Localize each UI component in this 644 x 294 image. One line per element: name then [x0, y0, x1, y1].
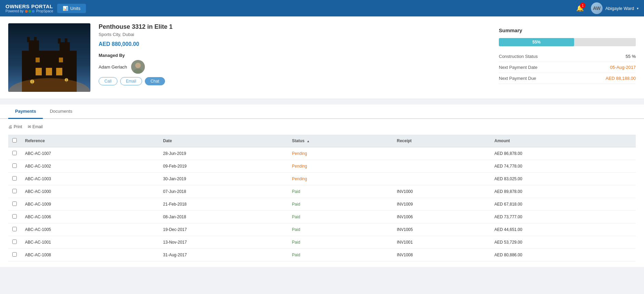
- table-row: ABC-AC-1007 28-Jun-2019 Pending AED 86,8…: [8, 147, 636, 160]
- row-checkbox[interactable]: [12, 151, 17, 155]
- cell-receipt: [393, 160, 490, 173]
- app-header: OWNERS PORTAL Powered by PropSpace 📊 Uni…: [0, 0, 644, 16]
- dot2: [28, 10, 31, 13]
- svg-rect-4: [27, 37, 30, 42]
- col-amount: Amount: [490, 135, 636, 147]
- user-profile[interactable]: AW Abigayle Ward ▾: [591, 2, 639, 14]
- col-receipt: Receipt: [393, 135, 490, 147]
- row-checkbox[interactable]: [12, 240, 17, 244]
- row-checkbox-cell: [8, 173, 21, 185]
- cell-date: 13-Nov-2017: [159, 236, 288, 249]
- print-button[interactable]: 🖨 Print: [8, 124, 22, 129]
- cell-amount: AED 89,878.00: [490, 185, 636, 198]
- cell-amount: AED 86,878.00: [490, 147, 636, 160]
- row-checkbox[interactable]: [12, 163, 17, 168]
- dot1: [25, 10, 28, 13]
- row-checkbox[interactable]: [12, 252, 17, 257]
- table-row: ABC-AC-1003 30-Jan-2019 Pending AED 83,0…: [8, 173, 636, 185]
- property-title: Penthouse 3312 in Elite 1: [99, 23, 491, 30]
- cell-date: 09-Feb-2019: [159, 160, 288, 173]
- cell-reference: ABC-AC-1008: [21, 249, 159, 261]
- svg-rect-6: [58, 38, 61, 44]
- progress-bar-container: 55%: [499, 38, 636, 46]
- property-price: AED 880,000.00: [99, 41, 491, 47]
- call-button[interactable]: Call: [99, 77, 117, 85]
- row-checkbox[interactable]: [12, 227, 17, 231]
- cell-status: Paid: [288, 198, 393, 211]
- portal-title: OWNERS PORTAL: [5, 3, 53, 9]
- tabs-header: Payments Documents: [0, 105, 644, 119]
- cell-receipt: INV1005: [393, 223, 490, 236]
- progress-label: 55%: [532, 40, 541, 45]
- manager-avatar: [131, 60, 145, 74]
- cell-reference: ABC-AC-1001: [21, 236, 159, 249]
- cell-status: Paid: [288, 249, 393, 261]
- col-status[interactable]: Status ▲: [288, 135, 393, 147]
- tab-payments[interactable]: Payments: [8, 105, 43, 119]
- cell-receipt: INV1000: [393, 185, 490, 198]
- next-payment-date-value: 05-Aug-2017: [610, 65, 636, 70]
- cell-status: Pending: [288, 173, 393, 185]
- cell-receipt: INV1006: [393, 211, 490, 223]
- property-image-bg: [8, 23, 90, 92]
- cell-status: Paid: [288, 185, 393, 198]
- cell-receipt: [393, 173, 490, 185]
- chat-button[interactable]: Chat: [145, 77, 165, 85]
- row-checkbox-cell: [8, 223, 21, 236]
- svg-rect-9: [46, 68, 52, 75]
- row-checkbox-cell: [8, 249, 21, 261]
- cell-amount: AED 73,777.00: [490, 211, 636, 223]
- manager-photo: [131, 60, 145, 74]
- row-checkbox-cell: [8, 198, 21, 211]
- row-checkbox-cell: [8, 211, 21, 223]
- manager-name: Adam Gerlach: [99, 64, 127, 70]
- table-row: ABC-AC-1009 21-Feb-2018 Paid INV1009 AED…: [8, 198, 636, 211]
- row-checkbox[interactable]: [12, 176, 17, 181]
- svg-rect-8: [36, 68, 42, 75]
- select-all-checkbox[interactable]: [12, 138, 17, 143]
- cell-date: 19-Dec-2017: [159, 223, 288, 236]
- dot3: [32, 10, 35, 13]
- property-image: [8, 23, 90, 92]
- cell-status: Paid: [288, 223, 393, 236]
- row-checkbox[interactable]: [12, 214, 17, 219]
- row-checkbox[interactable]: [12, 201, 17, 206]
- property-card: Penthouse 3312 in Elite 1 Sports City, D…: [0, 16, 644, 99]
- cell-date: 07-Jun-2018: [159, 185, 288, 198]
- progress-bar-fill: 55%: [499, 38, 574, 46]
- svg-rect-3: [60, 42, 70, 68]
- email-icon: ✉: [28, 124, 31, 129]
- managed-by-label: Managed By: [99, 53, 491, 58]
- construction-status-label: Construction Status: [499, 54, 538, 59]
- cell-receipt: [393, 147, 490, 160]
- construction-status-row: Construction Status 55 %: [499, 51, 636, 62]
- next-payment-due-row: Next Payment Due AED 88,188.00: [499, 73, 636, 84]
- tab-documents[interactable]: Documents: [43, 105, 79, 119]
- units-button[interactable]: 📊 Units: [57, 4, 86, 13]
- svg-point-19: [135, 63, 141, 68]
- chevron-down-icon: ▾: [637, 7, 639, 10]
- col-date: Date: [159, 135, 288, 147]
- property-photo-svg: [8, 23, 90, 92]
- powered-by-label: Powered by PropSpace: [5, 9, 53, 13]
- table-row: ABC-AC-1002 09-Feb-2019 Pending AED 74,7…: [8, 160, 636, 173]
- svg-rect-2: [29, 40, 39, 68]
- email-action-button[interactable]: ✉ Email: [28, 124, 43, 129]
- row-checkbox-cell: [8, 147, 21, 160]
- header-left: OWNERS PORTAL Powered by PropSpace 📊 Uni…: [5, 3, 86, 13]
- construction-status-value: 55 %: [626, 54, 636, 59]
- header-right: 🔔 1 AW Abigayle Ward ▾: [574, 2, 639, 14]
- notification-bell[interactable]: 🔔 1: [574, 3, 585, 14]
- svg-rect-11: [36, 58, 40, 62]
- summary-title: Summary: [499, 27, 636, 33]
- cell-reference: ABC-AC-1007: [21, 147, 159, 160]
- table-row: ABC-AC-1001 13-Nov-2017 Paid INV1001 AED…: [8, 236, 636, 249]
- row-checkbox-cell: [8, 160, 21, 173]
- select-all-header: [8, 135, 21, 147]
- row-checkbox[interactable]: [12, 189, 17, 193]
- cell-status: Paid: [288, 211, 393, 223]
- units-chart-icon: 📊: [63, 6, 68, 11]
- svg-rect-10: [56, 68, 62, 75]
- email-button[interactable]: Email: [120, 77, 142, 85]
- print-icon: 🖨: [8, 124, 12, 129]
